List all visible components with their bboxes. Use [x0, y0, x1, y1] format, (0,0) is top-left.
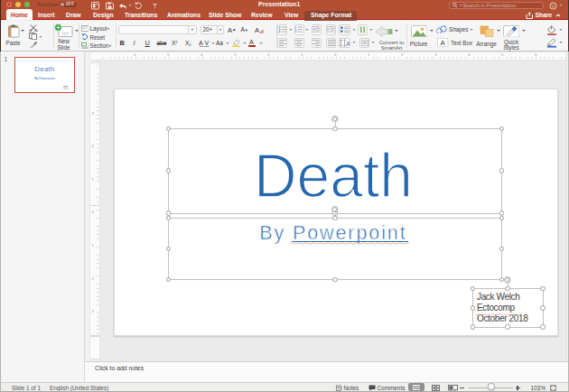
svg-text:A: A: [346, 39, 350, 46]
svg-text:V: V: [204, 39, 209, 45]
svg-text:A: A: [199, 39, 203, 45]
svg-text:3: 3: [295, 31, 297, 33]
svg-text:A: A: [440, 39, 444, 47]
